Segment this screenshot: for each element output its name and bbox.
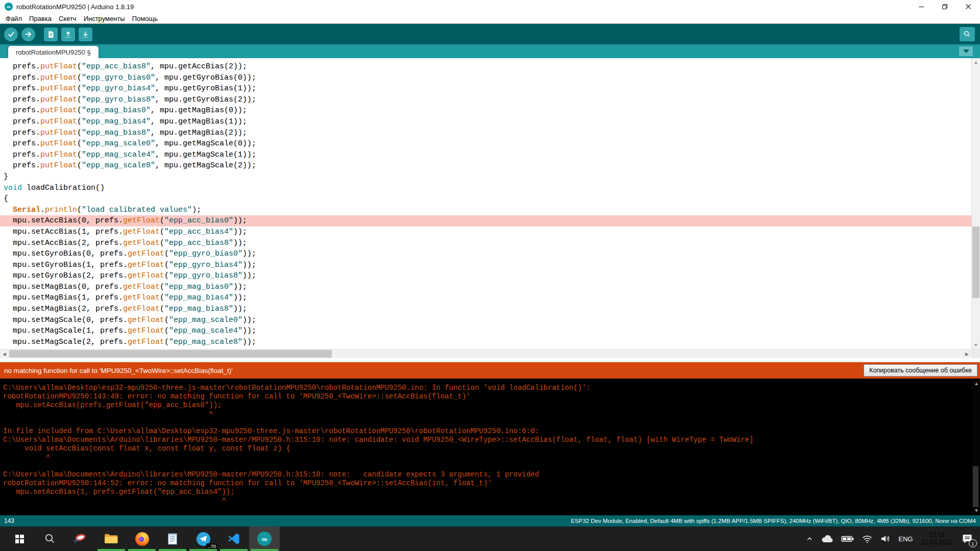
code-line: mpu.setAccBias(2, prefs.getFloat("epp_ac… [0, 238, 971, 249]
serial-monitor-button[interactable] [960, 27, 975, 41]
code-line: mpu.setGyroBias(2, prefs.getFloat("epp_g… [0, 270, 971, 282]
console-line: robotRotationMPU9250:143:49: error: no m… [3, 392, 971, 401]
restore-button[interactable] [933, 0, 957, 13]
onedrive-cloud-icon[interactable] [817, 527, 838, 551]
horizontal-scroll-thumb[interactable] [9, 350, 332, 358]
menu-item[interactable]: Инструменты [80, 15, 129, 22]
wifi-icon[interactable] [858, 527, 876, 551]
copy-error-button[interactable]: Копировать сообщение об ошибке [864, 364, 977, 377]
code-line: mpu.setMagBias(1, prefs.getFloat("epp_ma… [0, 292, 971, 304]
firefox-icon [135, 532, 149, 546]
taskbar-notepad[interactable] [157, 527, 188, 551]
code-line: prefs.putFloat("epp_mag_bias4", mpu.getM… [0, 116, 971, 128]
scroll-left-arrow-icon[interactable]: ◀ [0, 349, 9, 358]
close-button[interactable] [957, 0, 980, 13]
new-sketch-button[interactable] [44, 28, 58, 41]
tray-clock[interactable]: 22:12 22.03.2022 [916, 531, 958, 546]
running-indicator [128, 549, 156, 551]
error-message: no matching function for call to 'MPU925… [4, 367, 233, 374]
menu-item[interactable]: Правка [26, 15, 55, 22]
code-line: mpu.setGyroBias(0, prefs.getFloat("epp_g… [0, 248, 971, 260]
taskbar-snipping-tool[interactable]: ✂ [65, 527, 96, 551]
scroll-right-arrow-icon[interactable]: ▶ [963, 349, 971, 358]
taskbar-search-button[interactable] [35, 527, 65, 551]
verify-button[interactable] [4, 28, 18, 41]
board-info: ESP32 Dev Module, Enabled, Default 4MB w… [571, 518, 976, 524]
save-sketch-button[interactable] [79, 28, 92, 41]
menu-item[interactable]: Помощь [129, 15, 161, 22]
arrow-down-icon [81, 30, 90, 39]
running-indicator [159, 549, 186, 551]
error-status-bar: no matching function for call to 'MPU925… [0, 362, 980, 379]
console-output[interactable]: C:\Users\allma\Desktop\esp32-mpu9250-thr… [0, 379, 971, 515]
editor-vertical-scrollbar[interactable]: ▲ ▼ [971, 58, 980, 349]
arduino-app-icon: ∞ [5, 3, 13, 11]
notification-center-button[interactable]: 1 [958, 527, 977, 551]
code-line: mpu.setMagBias(2, prefs.getFloat("epp_ma… [0, 304, 971, 315]
open-sketch-button[interactable] [61, 28, 75, 41]
code-line: prefs.putFloat("epp_mag_scale8", mpu.get… [0, 160, 971, 171]
code-line: prefs.putFloat("epp_gyro_bias4", mpu.get… [0, 83, 971, 94]
vertical-scroll-thumb[interactable] [972, 227, 979, 298]
tray-date: 22.03.2022 [921, 539, 953, 546]
tray-time: 22:12 [921, 531, 953, 539]
code-line: prefs.putFloat("epp_mag_bias8", mpu.getM… [0, 128, 971, 139]
status-bar: 143 ESP32 Dev Module, Enabled, Default 4… [0, 515, 980, 527]
code-line: prefs.putFloat("epp_gyro_bias0", mpu.get… [0, 72, 971, 84]
language-indicator[interactable]: ENG [895, 527, 916, 551]
console-line [3, 462, 971, 470]
taskbar-file-explorer[interactable] [96, 527, 127, 551]
tab-label: robotRotationMPU9250 § [16, 48, 91, 56]
upload-button[interactable] [21, 28, 35, 41]
console-line: robotRotationMPU9250:144:52: error: no m… [3, 479, 971, 488]
taskbar-vscode[interactable] [218, 527, 249, 551]
pane-divider[interactable] [0, 358, 980, 362]
tray-chevron-up-icon[interactable] [802, 527, 817, 551]
battery-icon[interactable] [838, 527, 858, 551]
console-scrollbar[interactable]: ▲ ▼ [971, 379, 980, 515]
code-pane[interactable]: prefs.putFloat("epp_acc_bias8", mpu.getA… [0, 58, 971, 349]
scroll-up-arrow-icon[interactable]: ▲ [972, 58, 980, 66]
console-line: ^ [3, 496, 971, 505]
console-scroll-thumb[interactable] [973, 466, 978, 507]
taskbar-arduino-active[interactable]: ∞ [249, 527, 280, 551]
menu-item[interactable]: Файл [2, 15, 26, 22]
tab-robotrotationmpu9250[interactable]: robotRotationMPU9250 § [8, 46, 99, 58]
console-scroll-up-icon[interactable]: ▲ [974, 381, 979, 386]
system-tray: ENG 22:12 22.03.2022 1 [802, 527, 980, 551]
console-scroll-down-icon[interactable]: ▼ [974, 508, 979, 513]
console-line: C:\Users\allma\Desktop\esp32-mpu9250-thr… [3, 384, 971, 392]
code-line: Serial.println("load calibrated values")… [0, 205, 971, 216]
code-line: prefs.putFloat("epp_gyro_bias8", mpu.get… [0, 94, 971, 106]
scrollbar-corner [971, 349, 980, 358]
running-indicator [189, 549, 217, 551]
code-line: prefs.putFloat("epp_acc_bias8", mpu.getA… [0, 61, 971, 72]
taskbar-telegram[interactable]: ..70 [188, 527, 218, 551]
console-line: ^ [3, 453, 971, 462]
tab-list-dropdown-button[interactable] [959, 46, 973, 56]
title-bar: ∞ robotRotationMPU9250 | Arduino 1.8.19 [0, 0, 980, 13]
telegram-badge: ..70 [206, 543, 217, 549]
window-title: robotRotationMPU9250 | Arduino 1.8.19 [16, 3, 134, 11]
running-indicator [251, 549, 278, 551]
arduino-icon: ∞ [257, 532, 272, 546]
code-line: mpu.setMagBias(0, prefs.getFloat("epp_ma… [0, 282, 971, 293]
volume-icon[interactable] [876, 527, 895, 551]
menu-item[interactable]: Скетч [55, 15, 80, 22]
console-line: mpu.setAccBias(prefs.getFloat("epp_acc_b… [3, 401, 971, 410]
taskbar-firefox[interactable] [127, 527, 157, 551]
tab-bar: robotRotationMPU9250 § [0, 44, 980, 58]
document-icon [46, 30, 55, 39]
notepad-icon [166, 532, 179, 546]
code-line: mpu.setMagScale(2, prefs.getFloat("epp_m… [0, 337, 971, 348]
taskbar-start-button[interactable] [4, 527, 35, 551]
minimize-button[interactable] [910, 0, 933, 13]
editor-horizontal-scrollbar[interactable]: ◀ ▶ [0, 349, 971, 358]
console-line: C:\Users\allma\Documents\Arduino\librari… [3, 470, 971, 479]
folder-icon [104, 533, 118, 545]
scroll-down-arrow-icon[interactable]: ▼ [972, 341, 980, 349]
compiler-console: C:\Users\allma\Desktop\esp32-mpu9250-thr… [0, 379, 980, 515]
console-line: ^ [3, 410, 971, 418]
snipping-tool-icon: ✂ [74, 532, 88, 545]
windows-taskbar: ✂ ..70 [0, 527, 980, 551]
